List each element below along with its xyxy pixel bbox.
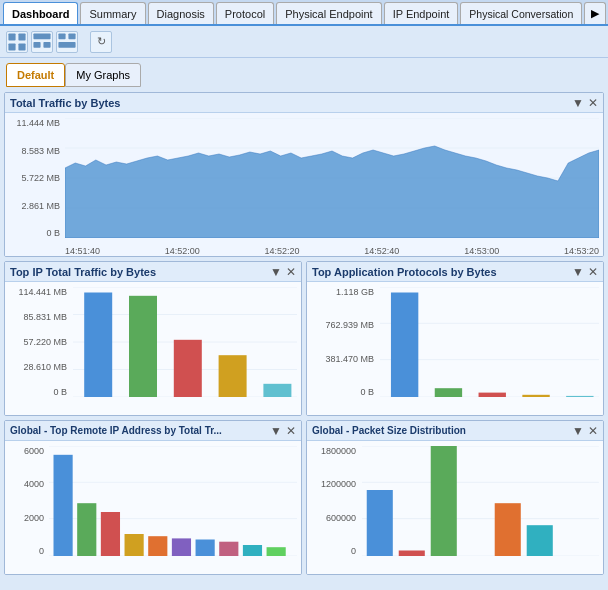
svg-rect-47 xyxy=(243,545,262,556)
graph-tab-my-graphs[interactable]: My Graphs xyxy=(65,63,141,87)
total-traffic-y-axis: 11.444 MB 8.583 MB 5.722 MB 2.861 MB 0 B xyxy=(5,118,63,238)
packet-size-close-icon[interactable]: ✕ xyxy=(588,425,598,437)
svg-rect-58 xyxy=(527,525,553,556)
top-ip-title: Top IP Total Traffic by Bytes xyxy=(10,266,156,278)
top-remote-ip-close-icon[interactable]: ✕ xyxy=(286,425,296,437)
packet-size-title: Global - Packet Size Distribution xyxy=(312,425,466,436)
total-traffic-chart-area xyxy=(65,118,599,238)
svg-rect-34 xyxy=(566,396,593,397)
svg-rect-44 xyxy=(172,538,191,556)
top-ip-svg xyxy=(73,287,297,397)
top-app-chart-area xyxy=(380,287,599,397)
top-ip-panel: Top IP Total Traffic by Bytes ▼ ✕ 114.44… xyxy=(4,261,302,416)
tab-protocol[interactable]: Protocol xyxy=(216,2,274,24)
top-remote-ip-y-axis: 6000 4000 2000 0 xyxy=(5,446,47,556)
svg-rect-55 xyxy=(431,446,457,556)
svg-rect-57 xyxy=(495,503,521,556)
svg-rect-24 xyxy=(219,355,247,397)
svg-rect-45 xyxy=(196,540,215,557)
bottom-chart-row: Global - Top Remote IP Address by Total … xyxy=(4,420,604,575)
svg-rect-4 xyxy=(33,33,50,39)
tab-summary[interactable]: Summary xyxy=(80,2,145,24)
svg-rect-25 xyxy=(263,384,291,397)
tab-dashboard[interactable]: Dashboard xyxy=(3,2,78,24)
svg-rect-1 xyxy=(18,33,25,40)
top-app-dropdown-icon[interactable]: ▼ xyxy=(572,266,584,278)
top-ip-y-axis: 114.441 MB 85.831 MB 57.220 MB 28.610 MB… xyxy=(5,287,70,397)
top-remote-ip-chart-area xyxy=(49,446,297,556)
packet-size-chart-area xyxy=(362,446,599,556)
top-app-panel: Top Application Protocols by Bytes ▼ ✕ 1… xyxy=(306,261,604,416)
svg-rect-39 xyxy=(54,455,73,556)
top-ip-dropdown-icon[interactable]: ▼ xyxy=(270,266,282,278)
top-remote-ip-body: 6000 4000 2000 0 xyxy=(5,441,301,575)
total-traffic-svg xyxy=(65,118,599,238)
svg-rect-21 xyxy=(84,293,112,398)
tab-more-button[interactable]: ▶ xyxy=(584,2,606,24)
refresh-button[interactable]: ↻ xyxy=(90,31,112,53)
total-traffic-x-axis: 14:51:40 14:52:00 14:52:20 14:52:40 14:5… xyxy=(65,246,599,256)
top-ip-chart-area xyxy=(73,287,297,397)
top-remote-ip-controls: ▼ ✕ xyxy=(270,425,296,437)
svg-rect-48 xyxy=(267,547,286,556)
packet-size-dropdown-icon[interactable]: ▼ xyxy=(572,425,584,437)
top-app-header: Top Application Protocols by Bytes ▼ ✕ xyxy=(307,262,603,282)
svg-rect-0 xyxy=(8,33,15,40)
packet-size-body: 1800000 1200000 600000 0 xyxy=(307,441,603,575)
total-traffic-panel: Total Traffic by Bytes ▼ ✕ 11.444 MB 8.5… xyxy=(4,92,604,257)
svg-rect-42 xyxy=(125,534,144,556)
packet-size-controls: ▼ ✕ xyxy=(572,425,598,437)
svg-rect-9 xyxy=(58,42,75,48)
total-traffic-controls: ▼ ✕ xyxy=(572,97,598,109)
packet-size-header: Global - Packet Size Distribution ▼ ✕ xyxy=(307,421,603,441)
svg-rect-33 xyxy=(522,395,549,397)
top-remote-ip-dropdown-icon[interactable]: ▼ xyxy=(270,425,282,437)
top-remote-ip-header: Global - Top Remote IP Address by Total … xyxy=(5,421,301,441)
svg-rect-30 xyxy=(391,293,418,398)
total-traffic-header: Total Traffic by Bytes ▼ ✕ xyxy=(5,93,603,113)
graph-tab-default[interactable]: Default xyxy=(6,63,65,87)
top-app-title: Top Application Protocols by Bytes xyxy=(312,266,497,278)
top-remote-ip-panel: Global - Top Remote IP Address by Total … xyxy=(4,420,302,575)
svg-rect-53 xyxy=(367,490,393,556)
svg-rect-40 xyxy=(77,503,96,556)
total-traffic-body: 11.444 MB 8.583 MB 5.722 MB 2.861 MB 0 B xyxy=(5,113,603,257)
top-app-body: 1.118 GB 762.939 MB 381.470 MB 0 B xyxy=(307,282,603,416)
svg-rect-5 xyxy=(33,42,40,48)
svg-rect-22 xyxy=(129,296,157,397)
svg-marker-15 xyxy=(65,146,599,238)
tab-physical-conversation[interactable]: Physical Conversation xyxy=(460,2,582,24)
total-traffic-close-icon[interactable]: ✕ xyxy=(588,97,598,109)
tab-bar: Dashboard Summary Diagnosis Protocol Phy… xyxy=(0,0,608,26)
tab-diagnosis[interactable]: Diagnosis xyxy=(148,2,214,24)
grid-view-1-button[interactable] xyxy=(6,31,28,53)
grid-view-2-button[interactable] xyxy=(31,31,53,53)
top-ip-header: Top IP Total Traffic by Bytes ▼ ✕ xyxy=(5,262,301,282)
svg-rect-2 xyxy=(8,43,15,50)
top-ip-controls: ▼ ✕ xyxy=(270,266,296,278)
main-content: Total Traffic by Bytes ▼ ✕ 11.444 MB 8.5… xyxy=(0,88,608,590)
svg-rect-31 xyxy=(435,388,462,397)
middle-chart-row: Top IP Total Traffic by Bytes ▼ ✕ 114.44… xyxy=(4,261,604,416)
tab-physical-endpoint[interactable]: Physical Endpoint xyxy=(276,2,381,24)
total-traffic-dropdown-icon[interactable]: ▼ xyxy=(572,97,584,109)
top-app-svg xyxy=(380,287,599,397)
svg-rect-43 xyxy=(148,536,167,556)
packet-size-panel: Global - Packet Size Distribution ▼ ✕ 18… xyxy=(306,420,604,575)
svg-rect-32 xyxy=(479,393,506,397)
svg-rect-3 xyxy=(18,43,25,50)
top-remote-ip-title: Global - Top Remote IP Address by Total … xyxy=(10,425,222,436)
svg-rect-23 xyxy=(174,340,202,397)
top-app-controls: ▼ ✕ xyxy=(572,266,598,278)
tab-ip-endpoint[interactable]: IP Endpoint xyxy=(384,2,459,24)
svg-rect-54 xyxy=(399,551,425,557)
top-ip-body: 114.441 MB 85.831 MB 57.220 MB 28.610 MB… xyxy=(5,282,301,416)
svg-rect-6 xyxy=(43,42,50,48)
packet-size-svg xyxy=(362,446,599,556)
top-ip-close-icon[interactable]: ✕ xyxy=(286,266,296,278)
toolbar: ↻ xyxy=(0,26,608,58)
svg-rect-8 xyxy=(68,33,75,39)
grid-view-3-button[interactable] xyxy=(56,31,78,53)
top-app-y-axis: 1.118 GB 762.939 MB 381.470 MB 0 B xyxy=(307,287,377,397)
top-app-close-icon[interactable]: ✕ xyxy=(588,266,598,278)
